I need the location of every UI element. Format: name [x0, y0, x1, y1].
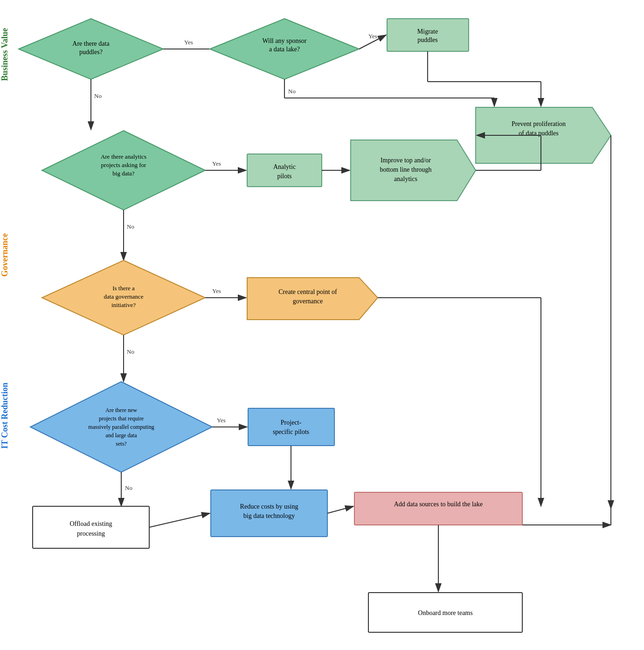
svg-text:Yes: Yes: [212, 160, 221, 167]
svg-text:No: No: [127, 348, 134, 355]
svg-text:No: No: [94, 92, 102, 99]
svg-text:projects asking for: projects asking for: [101, 161, 146, 168]
svg-rect-17: [387, 19, 469, 51]
svg-text:massively parallel computing: massively parallel computing: [88, 424, 154, 430]
svg-text:Reduce costs by using: Reduce costs by using: [240, 503, 298, 510]
svg-text:Migrate: Migrate: [417, 28, 438, 35]
svg-text:initiative?: initiative?: [111, 301, 136, 308]
svg-text:Are there analytics: Are there analytics: [101, 153, 146, 160]
svg-marker-8: [210, 19, 359, 79]
svg-rect-68: [248, 408, 334, 446]
svg-text:Analytic: Analytic: [273, 163, 296, 170]
svg-text:of data puddles: of data puddles: [519, 130, 559, 137]
svg-text:processing: processing: [77, 530, 105, 537]
svg-text:No: No: [288, 88, 296, 95]
svg-marker-23: [476, 107, 611, 163]
svg-text:Are there new: Are there new: [105, 407, 137, 413]
svg-text:governance: governance: [293, 298, 323, 305]
svg-text:analytics: analytics: [394, 175, 417, 182]
svg-rect-72: [33, 506, 149, 548]
svg-marker-39: [351, 140, 476, 201]
svg-line-79: [327, 506, 353, 513]
svg-text:Create central point of: Create central point of: [278, 288, 337, 295]
it-cost-label: IT Cost Reduction: [0, 383, 13, 449]
svg-text:sets?: sets?: [116, 440, 126, 447]
svg-text:big data?: big data?: [112, 170, 135, 177]
svg-rect-86: [368, 593, 522, 632]
svg-text:No: No: [125, 484, 132, 491]
svg-text:puddles?: puddles?: [79, 49, 103, 56]
governance-label: Governance: [0, 233, 13, 277]
svg-text:specific pilots: specific pilots: [273, 428, 309, 435]
svg-text:Onboard more teams: Onboard more teams: [418, 609, 472, 616]
svg-rect-35: [247, 154, 322, 187]
svg-text:Add data sources to build the : Add data sources to build the lake: [394, 501, 483, 508]
svg-text:big data technology: big data technology: [243, 512, 295, 519]
svg-text:No: No: [127, 223, 134, 230]
svg-text:bottom line through: bottom line through: [380, 166, 431, 173]
svg-text:projects that require: projects that require: [99, 415, 144, 422]
svg-text:Yes: Yes: [217, 417, 226, 424]
svg-rect-76: [211, 490, 327, 537]
svg-text:Is there a: Is there a: [112, 285, 135, 292]
diagram-container: Business Value Governance IT Cost Reduct…: [0, 0, 644, 650]
svg-text:and large data: and large data: [105, 432, 137, 439]
svg-rect-80: [354, 492, 522, 525]
svg-marker-54: [247, 278, 378, 320]
svg-text:Prevent proliferation: Prevent proliferation: [512, 120, 566, 127]
svg-text:pilots: pilots: [277, 173, 291, 180]
svg-text:Yes: Yes: [184, 39, 193, 46]
svg-text:a data lake?: a data lake?: [269, 46, 300, 53]
svg-text:puddles: puddles: [417, 36, 438, 43]
diagram-svg: Are there data puddles? Yes No Will any …: [0, 0, 644, 650]
svg-text:Yes: Yes: [368, 33, 377, 40]
svg-text:data governance: data governance: [104, 293, 144, 300]
svg-text:Yes: Yes: [212, 287, 221, 294]
svg-marker-27: [42, 131, 205, 210]
business-value-label: Business Value: [0, 28, 13, 81]
svg-text:Will any sponsor: Will any sponsor: [262, 37, 306, 44]
svg-marker-1: [19, 19, 163, 79]
svg-line-75: [149, 513, 210, 527]
svg-marker-58: [30, 382, 212, 472]
svg-text:Improve top and/or: Improve top and/or: [381, 157, 431, 164]
svg-text:Offload existing: Offload existing: [69, 520, 112, 527]
svg-text:Project-: Project-: [281, 419, 302, 426]
svg-text:Are there data: Are there data: [72, 40, 110, 47]
svg-marker-46: [42, 260, 205, 335]
svg-line-11: [359, 35, 386, 49]
